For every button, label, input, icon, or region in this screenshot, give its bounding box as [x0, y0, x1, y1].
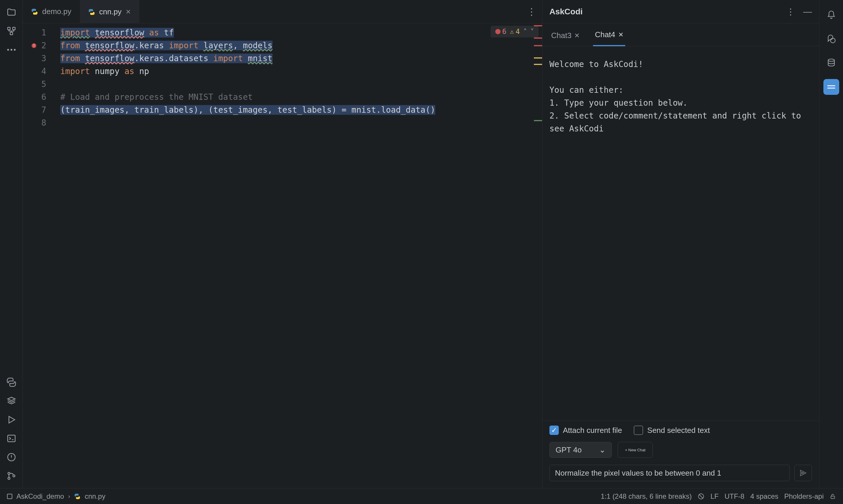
- python-file-icon: [74, 493, 80, 500]
- svg-point-10: [7, 478, 10, 480]
- inlay-hints-icon[interactable]: [698, 493, 704, 500]
- code-line[interactable]: # Load and preprocess the MNIST dataset: [60, 91, 542, 104]
- project-icon[interactable]: [6, 7, 17, 18]
- panel-options-icon[interactable]: ⋮: [786, 6, 795, 17]
- close-icon[interactable]: ✕: [618, 31, 624, 39]
- module-icon: [7, 494, 12, 499]
- code-line[interactable]: import tensorflow as tf: [60, 26, 542, 39]
- panel-header: AskCodi ⋮ —: [542, 0, 819, 23]
- encoding[interactable]: UTF-8: [724, 492, 745, 501]
- prev-problem-icon[interactable]: ˄: [523, 25, 527, 38]
- error-icon: [495, 29, 501, 34]
- model-select[interactable]: GPT 4o ⌄: [550, 442, 612, 458]
- tab-overflow-icon[interactable]: ⋮: [527, 6, 536, 17]
- chevron-down-icon: ⌄: [599, 446, 606, 454]
- close-icon[interactable]: ✕: [574, 32, 579, 39]
- chat-tab-4[interactable]: Chat4 ✕: [593, 24, 625, 46]
- tool-strip: [819, 0, 843, 488]
- svg-point-5: [14, 49, 16, 51]
- askcodi-panel: AskCodi ⋮ — Chat3 ✕ Chat4 ✕ Welcome to A…: [542, 0, 819, 488]
- gutter: 1 ! 2 3 4 5 6 7 8: [23, 23, 60, 488]
- send-button[interactable]: [794, 465, 812, 481]
- askcodi-tool-icon[interactable]: [823, 79, 839, 95]
- status-bar: AskCodi_demo › cnn.py 1:1 (248 chars, 6 …: [0, 488, 843, 504]
- svg-point-3: [7, 49, 9, 51]
- lock-icon[interactable]: [829, 493, 836, 500]
- tab-label: demo.py: [42, 7, 71, 16]
- chat-footer: ✓ Attach current file Send selected text…: [542, 420, 819, 488]
- svg-rect-1: [13, 27, 15, 30]
- panel-title: AskCodi: [550, 7, 583, 16]
- code-content[interactable]: 6 ⚠4 ˄ ˅ import tensorflow as tf from te…: [60, 23, 542, 488]
- ai-assistant-icon[interactable]: [823, 31, 839, 47]
- code-line[interactable]: [60, 116, 542, 129]
- problems-icon[interactable]: [6, 452, 17, 463]
- minimap[interactable]: [533, 23, 542, 141]
- breadcrumb-file[interactable]: cnn.py: [85, 492, 105, 501]
- send-selected-checkbox[interactable]: Send selected text: [634, 426, 710, 435]
- activity-bar: [0, 0, 23, 488]
- svg-rect-7: [7, 435, 15, 442]
- chat-input[interactable]: [550, 465, 790, 481]
- close-icon[interactable]: ✕: [126, 8, 131, 16]
- python-console-icon[interactable]: [6, 377, 17, 388]
- svg-rect-2: [10, 32, 13, 35]
- chat-tab-3[interactable]: Chat3 ✕: [550, 25, 581, 46]
- tab-demo[interactable]: demo.py: [23, 0, 80, 23]
- breadcrumb-project[interactable]: AskCodi_demo: [16, 492, 64, 501]
- diagnostics-widget[interactable]: 6 ⚠4 ˄ ˅: [490, 26, 539, 37]
- structure-icon[interactable]: [6, 26, 17, 36]
- svg-rect-0: [7, 27, 10, 30]
- editor-area: demo.py cnn.py ✕ ⋮ 1 ! 2 3 4 5 6 7 8 6 ⚠…: [23, 0, 542, 488]
- vcs-icon[interactable]: [6, 471, 17, 481]
- python-file-icon: [31, 8, 38, 15]
- notifications-icon[interactable]: [823, 7, 839, 23]
- code-line[interactable]: from tensorflow.keras import layers, mod…: [60, 39, 542, 52]
- line-ending[interactable]: LF: [711, 492, 719, 501]
- svg-point-13: [828, 59, 834, 61]
- checkbox-icon: [634, 426, 643, 435]
- terminal-icon[interactable]: [6, 433, 17, 444]
- code-editor[interactable]: 1 ! 2 3 4 5 6 7 8 6 ⚠4 ˄ ˅ import tensor…: [23, 23, 542, 488]
- packages-icon[interactable]: [6, 396, 17, 406]
- svg-point-4: [10, 49, 12, 51]
- svg-point-11: [13, 475, 15, 477]
- new-chat-button[interactable]: + New Chat: [617, 442, 653, 458]
- code-line[interactable]: from tensorflow.keras.datasets import mn…: [60, 52, 542, 65]
- checkbox-checked-icon: ✓: [550, 426, 559, 435]
- indent[interactable]: 4 spaces: [750, 492, 778, 501]
- status-right[interactable]: Pholders-api: [784, 492, 824, 501]
- svg-rect-15: [831, 496, 835, 499]
- minimize-icon[interactable]: —: [803, 7, 812, 17]
- code-line[interactable]: (train_images, train_labels), (test_imag…: [60, 104, 542, 116]
- svg-point-9: [7, 472, 10, 474]
- warning-icon: ⚠: [510, 25, 514, 38]
- chat-body: Welcome to AskCodi! You can either: 1. T…: [542, 46, 819, 420]
- code-line[interactable]: [60, 78, 542, 91]
- more-icon[interactable]: [6, 44, 17, 55]
- chevron-right-icon: ›: [68, 493, 70, 500]
- tab-label: cnn.py: [99, 7, 122, 16]
- svg-marker-6: [9, 416, 15, 423]
- chat-tabs: Chat3 ✕ Chat4 ✕: [542, 23, 819, 46]
- python-file-icon: [88, 8, 95, 16]
- editor-tab-bar: demo.py cnn.py ✕ ⋮: [23, 0, 542, 23]
- cursor-position[interactable]: 1:1 (248 chars, 6 line breaks): [600, 492, 692, 501]
- code-line[interactable]: import numpy as np: [60, 65, 542, 78]
- attach-file-checkbox[interactable]: ✓ Attach current file: [550, 426, 622, 435]
- error-marker-icon[interactable]: !: [32, 43, 36, 48]
- svg-point-12: [830, 38, 835, 43]
- services-icon[interactable]: [6, 414, 17, 425]
- database-icon[interactable]: [823, 55, 839, 71]
- tab-cnn[interactable]: cnn.py ✕: [80, 0, 140, 23]
